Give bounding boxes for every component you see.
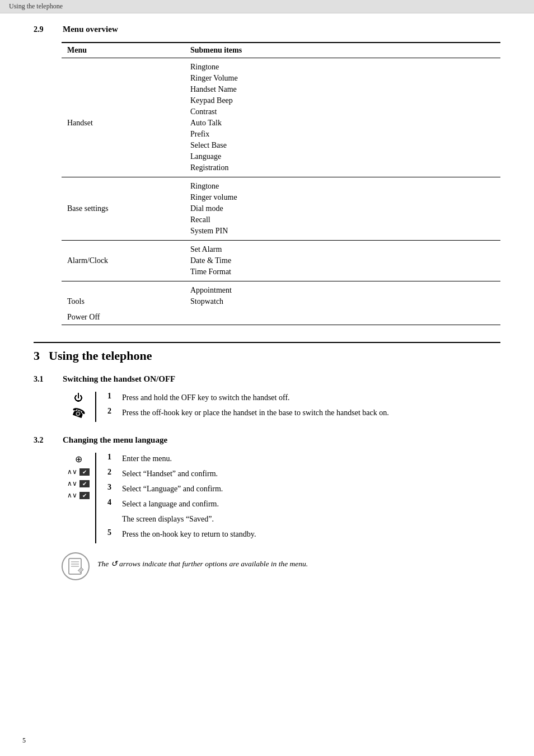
- section-29-title: Menu overview: [63, 25, 118, 34]
- section-31-block: ⏻ ☎ 1 Press and hold the OFF key to swit…: [62, 392, 500, 422]
- note-content: The ↺ arrows indicate that further optio…: [97, 552, 308, 570]
- table-row: Ringtone: [62, 58, 500, 73]
- note-svg: [65, 556, 86, 576]
- step-31-1-text: Press and hold the OFF key to switch the…: [122, 392, 500, 403]
- step-32-3-text: Select “Language” and confirm.: [122, 483, 500, 495]
- section-32-title: Changing the menu language: [63, 435, 167, 445]
- table-row: ToolsStopwatch: [62, 296, 500, 311]
- table-row: Contrast: [62, 106, 500, 118]
- table-row: Handset Name: [62, 84, 500, 95]
- section-31-steps: 1 Press and hold the OFF key to switch t…: [95, 392, 500, 422]
- cycle-icon: ↺: [111, 558, 118, 570]
- submenu-cell: Time Format: [185, 266, 500, 281]
- step-32-3-number: 3: [107, 483, 116, 492]
- submenu-cell: Ringtone: [185, 177, 500, 192]
- submenu-cell: Handset Name: [185, 84, 500, 95]
- menu-cell: [62, 226, 185, 241]
- table-row: Ringtone: [62, 177, 500, 192]
- col-menu: Menu: [62, 43, 185, 58]
- table-row: Keypad Beep: [62, 95, 500, 106]
- header-text: Using the telephone: [9, 2, 63, 10]
- note-icon: [62, 552, 90, 580]
- note-box: The ↺ arrows indicate that further optio…: [62, 552, 500, 580]
- submenu-cell: Dial mode: [185, 203, 500, 214]
- menu-cell: [62, 95, 185, 106]
- chapter-3-title: Using the telephone: [49, 349, 152, 363]
- table-row: Recall: [62, 214, 500, 226]
- page-header: Using the telephone: [0, 0, 534, 13]
- step-32-5: 5 Press the on-hook key to return to sta…: [107, 528, 500, 540]
- section-31: 3.1 Switching the handset ON/OFF ⏻ ☎ 1 P…: [34, 374, 500, 422]
- step-32-4: 4 Select a language and confirm.: [107, 498, 500, 510]
- menu-cell: Handset: [62, 118, 185, 129]
- menu-cell: [62, 266, 185, 281]
- step-31-1: 1 Press and hold the OFF key to switch t…: [107, 392, 500, 403]
- table-row: Prefix: [62, 129, 500, 140]
- step-31-1-number: 1: [107, 392, 116, 401]
- submenu-cell: Registration: [185, 162, 500, 177]
- submenu-cell: Stopwatch: [185, 296, 500, 311]
- menu-cell: [62, 214, 185, 226]
- menu-cell: [62, 151, 185, 162]
- section-32-steps: 1 Enter the menu. 2 Select “Handset” and…: [95, 453, 500, 543]
- table-row: Set Alarm: [62, 241, 500, 255]
- submenu-cell: Set Alarm: [185, 241, 500, 255]
- table-row: Alarm/ClockDate & Time: [62, 255, 500, 266]
- table-row: Ringer Volume: [62, 73, 500, 84]
- nav-icon-1: ∧∨ ✔: [67, 468, 90, 476]
- menu-cell: [62, 129, 185, 140]
- power-icon: ⏻: [74, 393, 83, 403]
- section-32: 3.2 Changing the menu language ⊕ ∧∨ ✔ ∧∨…: [34, 435, 500, 580]
- menu-cell: [62, 140, 185, 151]
- menu-cell: [62, 241, 185, 255]
- menu-cell: [62, 177, 185, 192]
- menu-table: Menu Submenu items RingtoneRinger Volume…: [62, 42, 500, 325]
- submenu-cell: Select Base: [185, 140, 500, 151]
- section-31-number: 3.1: [34, 375, 54, 384]
- phone-icon: ☎: [69, 404, 87, 421]
- section-32-number: 3.2: [34, 436, 54, 445]
- nav-icon-2: ∧∨ ✔: [67, 480, 90, 488]
- menu-cell: [62, 84, 185, 95]
- section-31-icons: ⏻ ☎: [62, 392, 95, 422]
- table-row: Select Base: [62, 140, 500, 151]
- page-number: 5: [22, 736, 26, 745]
- submenu-cell: Contrast: [185, 106, 500, 118]
- submenu-cell: System PIN: [185, 226, 500, 241]
- submenu-cell: Auto Talk: [185, 118, 500, 129]
- section-32-icons: ⊕ ∧∨ ✔ ∧∨ ✔ ∧∨ ✔: [62, 453, 95, 543]
- submenu-cell: Language: [185, 151, 500, 162]
- table-row: System PIN: [62, 226, 500, 241]
- chapter-3-heading: 3 Using the telephone: [34, 342, 500, 363]
- menu-cell: [62, 106, 185, 118]
- section-29-heading: 2.9 Menu overview: [34, 25, 500, 34]
- nav-icon-3: ∧∨ ✔: [67, 491, 90, 500]
- step-32-2-text: Select “Handset” and confirm.: [122, 468, 500, 480]
- col-submenu: Submenu items: [185, 43, 500, 58]
- submenu-cell: Ringtone: [185, 58, 500, 73]
- menu-cell: [62, 73, 185, 84]
- step-32-5-number: 5: [107, 528, 116, 537]
- table-row: HandsetAuto Talk: [62, 118, 500, 129]
- chapter-3-number: 3: [34, 349, 40, 363]
- step-32-4-text: Select a language and confirm.: [122, 498, 500, 510]
- menu-cell: Base settings: [62, 203, 185, 214]
- note-text-prefix: The: [97, 560, 111, 568]
- menu-cell: Alarm/Clock: [62, 255, 185, 266]
- step-32-3: 3 Select “Language” and confirm.: [107, 483, 500, 495]
- submenu-cell: Ringer volume: [185, 192, 500, 203]
- section-31-heading: 3.1 Switching the handset ON/OFF: [34, 374, 500, 384]
- step-32-1: 1 Enter the menu.: [107, 453, 500, 464]
- submenu-cell: Keypad Beep: [185, 95, 500, 106]
- step-32-5-text: Press the on-hook key to return to stand…: [122, 528, 500, 540]
- section-31-title: Switching the handset ON/OFF: [63, 374, 175, 384]
- step-32-2-number: 2: [107, 468, 116, 477]
- menu-cell: [62, 281, 185, 296]
- section-32-block: ⊕ ∧∨ ✔ ∧∨ ✔ ∧∨ ✔ 1 Enter the menu.: [62, 453, 500, 543]
- submenu-cell: Ringer Volume: [185, 73, 500, 84]
- step-32-1-text: Enter the menu.: [122, 453, 500, 464]
- section-32-heading: 3.2 Changing the menu language: [34, 435, 500, 445]
- step-31-2: 2 Press the off-hook key or place the ha…: [107, 407, 500, 419]
- submenu-cell: Prefix: [185, 129, 500, 140]
- table-row: Time Format: [62, 266, 500, 281]
